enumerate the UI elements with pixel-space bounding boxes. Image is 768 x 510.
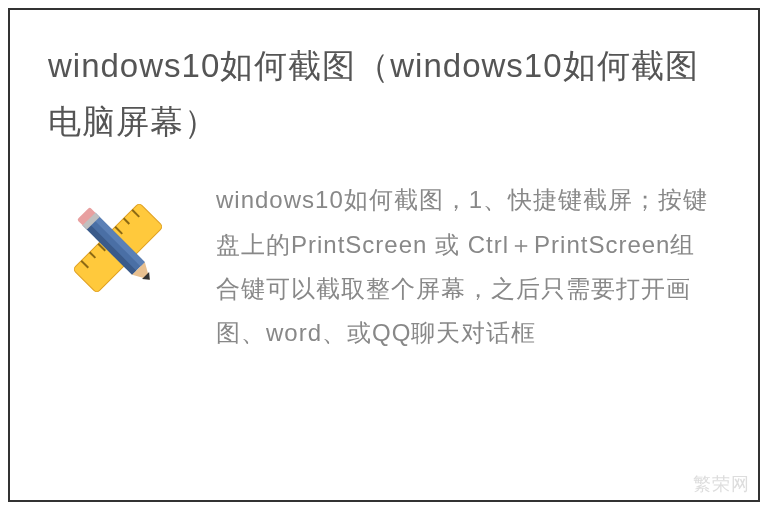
watermark: 繁荣网 <box>693 472 750 496</box>
card-border <box>8 8 760 502</box>
